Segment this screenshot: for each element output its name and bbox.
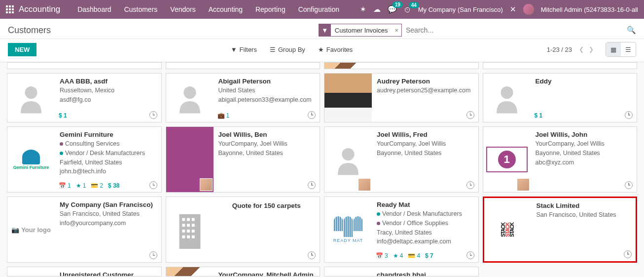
- customer-card[interactable]: READY MAT Ready Mat Vendor / Desk Manufa…: [324, 197, 479, 263]
- customer-card[interactable]: Eddy $ 1: [483, 73, 638, 122]
- card-amount: $ 38: [108, 182, 119, 189]
- card-title: Ready Mat: [377, 201, 473, 208]
- facet-label: Customer Invoices: [331, 27, 392, 34]
- svg-rect-8: [182, 218, 185, 221]
- activity-icon[interactable]: [308, 111, 316, 119]
- pager-next[interactable]: ❯: [587, 43, 596, 55]
- bug-icon[interactable]: ✶: [360, 5, 366, 14]
- card-partial[interactable]: [7, 62, 162, 69]
- calendar-stat: 📅1: [59, 182, 71, 189]
- customer-card[interactable]: 1 Joel Willis, John YourCompany, Joel Wi…: [483, 126, 638, 193]
- activity-icon[interactable]: [149, 251, 157, 259]
- briefcase-stat: 💼1: [217, 112, 230, 119]
- nav-accounting[interactable]: Accounting: [202, 0, 249, 19]
- activity-icon[interactable]: [625, 111, 633, 119]
- svg-rect-9: [187, 218, 190, 221]
- camera-icon: 📷: [11, 226, 19, 234]
- nav-reporting[interactable]: Reporting: [249, 0, 292, 19]
- search-input[interactable]: [402, 24, 624, 37]
- new-button[interactable]: NEW: [8, 43, 36, 56]
- svg-rect-3: [174, 151, 194, 165]
- svg-rect-17: [182, 236, 185, 238]
- svg-point-6: [342, 148, 354, 160]
- card-partial[interactable]: chandresh bhai: [324, 267, 479, 277]
- activity-icon[interactable]: [624, 250, 632, 258]
- card-logo: [166, 197, 214, 262]
- svg-rect-10: [191, 218, 194, 221]
- search-icon[interactable]: 🔍: [627, 26, 636, 35]
- groupby-button[interactable]: ☰Group By: [270, 46, 305, 53]
- card-partial[interactable]: [166, 62, 321, 69]
- tools-icon[interactable]: ✕: [510, 5, 516, 14]
- card-title: Gemini Furniture: [60, 131, 156, 138]
- customer-card[interactable]: Joel Willis, Fred YourCompany, Joel Will…: [324, 126, 479, 193]
- customer-card[interactable]: Abigail Peterson United States abigail.p…: [166, 73, 321, 122]
- card-title: Abigail Peterson: [218, 78, 315, 85]
- customer-card[interactable]: Gemini Furniture Gemini Furniture Consul…: [7, 126, 162, 193]
- card-email: info@yourcompany.com: [60, 219, 156, 228]
- svg-rect-11: [182, 224, 185, 227]
- user-name[interactable]: Mitchell Admin (52473833-16-0-all: [541, 6, 638, 13]
- star-icon: ★: [318, 46, 324, 53]
- card-location: Fairfield, United States: [60, 158, 156, 167]
- nav-vendors[interactable]: Vendors: [164, 0, 202, 19]
- customer-card[interactable]: Quote for 150 carpets: [166, 197, 321, 263]
- topbar: Accounting Dashboard Customers Vendors A…: [0, 0, 644, 19]
- pager-text[interactable]: 1-23 / 23: [547, 46, 572, 53]
- card-partial[interactable]: Unregistered Customer: [7, 267, 162, 277]
- card-title: Audrey Peterson: [377, 78, 473, 85]
- card-amount: $ 1: [535, 112, 543, 119]
- customer-card[interactable]: AAA BBB, asdf Russeltown, Mexico asdf@fg…: [7, 73, 162, 122]
- support-icon[interactable]: ☁: [373, 5, 381, 14]
- card-email: john.b@tech.info: [60, 167, 156, 176]
- facet-remove[interactable]: ×: [392, 27, 401, 34]
- nav-configuration[interactable]: Configuration: [292, 0, 346, 19]
- kanban-view-button[interactable]: ▦: [606, 42, 621, 56]
- card-location: San Francisco, United States: [60, 209, 156, 219]
- customer-card[interactable]: 📷Your logo My Company (San Francisco) Sa…: [7, 197, 162, 263]
- svg-rect-18: [187, 236, 190, 238]
- activity-icon[interactable]: [308, 251, 316, 259]
- user-avatar[interactable]: [523, 4, 534, 15]
- nav-dashboard[interactable]: Dashboard: [71, 0, 118, 19]
- card-partial[interactable]: [324, 62, 479, 69]
- activity-icon[interactable]: [466, 111, 474, 119]
- svg-rect-16: [191, 230, 194, 233]
- company-switcher[interactable]: My Company (San Francisco): [418, 6, 503, 13]
- activity-icon[interactable]: [308, 181, 316, 189]
- chat-icon[interactable]: 💬19: [388, 5, 397, 14]
- card-stat: 💳4: [408, 252, 420, 259]
- apps-icon[interactable]: [6, 5, 14, 13]
- card-company: YourCompany, Joel Willis: [377, 139, 473, 149]
- customer-card[interactable]: Joel Willis, Ben YourCompany, Joel Willi…: [166, 126, 321, 193]
- activity-icon[interactable]: ⏲44: [404, 5, 411, 14]
- customer-card-highlighted[interactable]: STACK STACK STACK Stack Limited San Fran…: [483, 197, 638, 263]
- header: Customers ▼ Customer Invoices × 🔍: [0, 19, 644, 39]
- star-stat: ★1: [76, 182, 86, 189]
- list-view-button[interactable]: ☰: [621, 42, 636, 56]
- filters-button[interactable]: ▼Filters: [231, 46, 257, 53]
- activity-icon[interactable]: [149, 111, 157, 119]
- card-amount: $ 1: [59, 112, 67, 119]
- card-partial[interactable]: YourCompany, Mitchell Admin: [166, 267, 321, 277]
- customer-card[interactable]: Audrey Peterson audrey.peterson25@exampl…: [324, 73, 479, 122]
- activity-icon[interactable]: [466, 181, 474, 189]
- activity-icon[interactable]: [149, 181, 157, 189]
- page-title: Customers: [8, 25, 51, 36]
- pager-prev[interactable]: ❮: [577, 43, 586, 55]
- app-name[interactable]: Accounting: [19, 4, 60, 14]
- card-location: Bayonne, United States: [218, 149, 315, 158]
- svg-rect-19: [191, 236, 194, 238]
- activity-icon[interactable]: [466, 251, 474, 259]
- svg-rect-15: [187, 230, 190, 233]
- card-email: info@deltapc.example.com: [377, 237, 473, 246]
- card-amount: $ 7: [425, 252, 433, 259]
- card-avatar: [483, 74, 531, 122]
- card-title: My Company (San Francisco): [60, 201, 156, 208]
- activity-icon[interactable]: [625, 181, 633, 189]
- favorites-button[interactable]: ★Favorites: [318, 46, 353, 53]
- card-logo: READY MAT: [324, 197, 372, 262]
- card-partial[interactable]: [483, 62, 638, 69]
- nav-customers[interactable]: Customers: [118, 0, 164, 19]
- topbar-right: ✶ ☁ 💬19 ⏲44 My Company (San Francisco) ✕…: [360, 4, 638, 15]
